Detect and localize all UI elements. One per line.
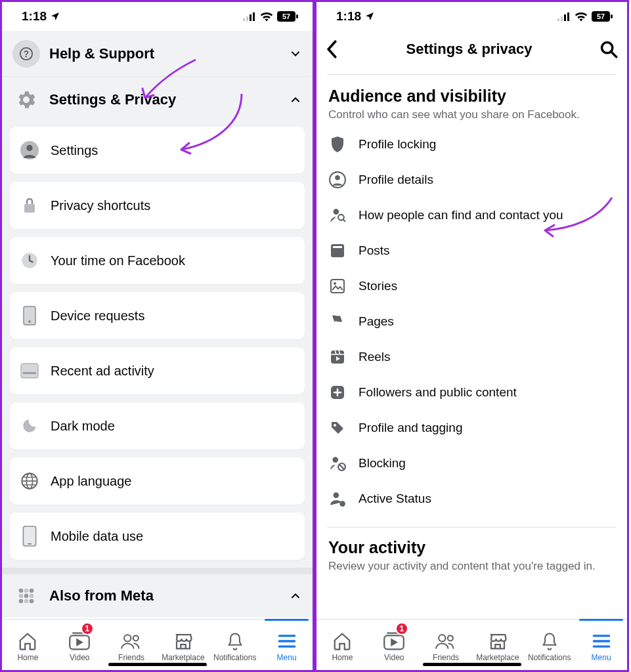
search-button[interactable] (599, 40, 618, 58)
location-icon (50, 11, 60, 22)
svg-point-49 (335, 175, 340, 180)
dark-mode-item[interactable]: Dark mode (10, 402, 305, 450)
tab-video[interactable]: 1Video (54, 620, 106, 670)
tab-menu[interactable]: Menu (261, 620, 313, 670)
stories-item[interactable]: Stories (328, 268, 615, 304)
shield-icon (328, 135, 347, 154)
ad-icon (19, 360, 40, 381)
section-title: Audience and visibility (328, 87, 615, 106)
cell-signal-icon (243, 12, 256, 21)
svg-rect-11 (24, 204, 35, 213)
badge: 1 (81, 622, 94, 635)
find-contact-item[interactable]: How people can find and contact you (328, 198, 615, 233)
tab-home[interactable]: Home (316, 620, 368, 670)
privacy-shortcuts-item[interactable]: Privacy shortcuts (10, 182, 305, 229)
profile-tagging-item[interactable]: Profile and tagging (328, 410, 615, 446)
tab-home[interactable]: Home (2, 620, 54, 670)
svg-point-51 (338, 215, 344, 220)
svg-point-29 (30, 594, 34, 598)
location-icon (364, 11, 375, 22)
tab-label: Menu (592, 653, 611, 662)
svg-point-25 (24, 589, 29, 593)
tab-label: Video (70, 653, 89, 662)
gear-icon (12, 86, 40, 114)
tab-label: Notifications (213, 653, 256, 662)
app-language-item[interactable]: App language (10, 457, 305, 505)
tab-label: Menu (277, 653, 297, 662)
svg-point-27 (19, 594, 24, 598)
help-icon: ? (12, 40, 40, 68)
item-label: Active Status (359, 492, 431, 506)
svg-point-32 (30, 599, 34, 604)
friends-icon (121, 631, 142, 652)
plus-square-icon (328, 383, 347, 402)
device-requests-item[interactable]: Device requests (10, 292, 305, 339)
active-status-item[interactable]: Active Status (328, 481, 615, 516)
svg-point-46 (601, 43, 612, 53)
svg-point-56 (334, 282, 336, 285)
profile-locking-item[interactable]: Profile locking (328, 127, 615, 162)
status-time: 1:18 (22, 9, 47, 24)
profile-details-item[interactable]: Profile details (328, 162, 615, 198)
item-label: Posts (359, 243, 390, 258)
home-indicator (108, 663, 207, 666)
block-icon (328, 454, 347, 472)
tab-label: Video (384, 653, 404, 662)
phone-left: 1:18 57 ? Help & Support Settings & Priv… (0, 0, 315, 672)
svg-point-31 (24, 599, 29, 604)
svg-line-52 (343, 220, 345, 222)
privacy-shortcuts-label: Privacy shortcuts (51, 198, 150, 213)
svg-rect-23 (28, 543, 32, 545)
tab-video[interactable]: 1Video (368, 620, 420, 670)
settings-privacy-row[interactable]: Settings & Privacy (2, 77, 313, 123)
bell-icon (225, 631, 246, 652)
svg-rect-1 (246, 16, 248, 21)
posts-item[interactable]: Posts (328, 233, 615, 268)
pages-item[interactable]: Pages (328, 304, 615, 339)
menu-icon (591, 631, 612, 652)
svg-point-60 (332, 457, 338, 463)
page-header: Settings & privacy (316, 31, 627, 68)
tab-menu[interactable]: Menu (575, 620, 627, 670)
your-time-item[interactable]: Your time on Facebook (10, 237, 305, 284)
wifi-icon (575, 11, 588, 22)
phone-icon (19, 526, 40, 547)
svg-rect-40 (561, 16, 563, 21)
settings-label: Settings (51, 143, 98, 158)
marketplace-icon (487, 631, 508, 652)
recent-ad-item[interactable]: Recent ad activity (10, 347, 305, 394)
bell-icon (539, 631, 560, 652)
svg-text:57: 57 (282, 12, 290, 20)
blocking-item[interactable]: Blocking (328, 446, 615, 481)
wifi-icon (260, 11, 273, 22)
svg-point-66 (439, 635, 445, 641)
tab-notifications[interactable]: Notifications (209, 620, 261, 670)
device-requests-label: Device requests (51, 308, 144, 324)
reels-item[interactable]: Reels (328, 339, 615, 375)
svg-rect-41 (564, 14, 566, 21)
chevron-up-icon (289, 93, 302, 106)
person-search-icon (328, 206, 347, 224)
back-button[interactable] (326, 40, 339, 58)
settings-privacy-list: Settings Privacy shortcuts Your time on … (2, 123, 313, 568)
chevron-down-icon (289, 47, 302, 60)
settings-item[interactable]: Settings (10, 127, 305, 174)
svg-text:?: ? (24, 49, 29, 58)
item-label: Profile locking (359, 137, 436, 152)
item-label: Reels (359, 350, 391, 364)
home-indicator (423, 663, 521, 666)
svg-point-64 (339, 501, 345, 507)
item-label: Pages (359, 314, 394, 329)
svg-point-26 (30, 589, 34, 593)
also-from-meta-row[interactable]: Also from Meta (2, 568, 313, 618)
tab-notifications[interactable]: Notifications (523, 620, 575, 670)
posts-icon (328, 242, 347, 260)
stories-icon (328, 277, 347, 295)
mobile-data-item[interactable]: Mobile data use (10, 513, 305, 560)
help-support-row[interactable]: ? Help & Support (2, 31, 313, 77)
home-icon (332, 631, 353, 652)
followers-item[interactable]: Followers and public content (328, 375, 615, 410)
status-bar: 1:18 57 (2, 2, 313, 31)
item-label: Profile and tagging (359, 421, 462, 435)
help-support-label: Help & Support (49, 45, 280, 62)
